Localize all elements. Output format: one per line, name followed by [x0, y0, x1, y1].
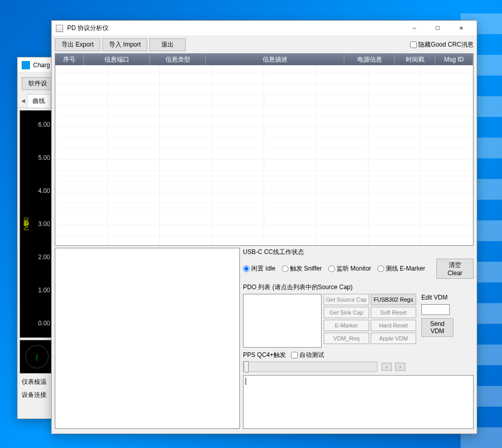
close-button[interactable]: ✕	[449, 21, 473, 36]
clear-button[interactable]: 清空 Clear	[436, 259, 474, 279]
bg-tab-curve[interactable]: 曲线	[27, 94, 51, 108]
cc-status-label: USB-C CC线工作状态	[243, 248, 474, 257]
pps-slider-thumb[interactable]	[244, 361, 249, 372]
bg-title: Charg	[33, 62, 50, 69]
bg-software-settings-button[interactable]: 软件设	[22, 77, 54, 90]
col-port[interactable]: 信息端口	[84, 54, 150, 65]
apple-vdm-button[interactable]: Apple VDM	[371, 333, 416, 344]
radio-emarker[interactable]: 测线 E-Marker	[377, 264, 425, 273]
vdm-req-button[interactable]: VDM_Req	[324, 333, 369, 344]
detail-panel[interactable]	[55, 248, 240, 429]
table-body[interactable]	[55, 65, 473, 246]
toolbar: 导出 Export 导入 Import 退出 隐藏Good CRC消息	[52, 36, 477, 53]
bg-chart-ylabel: 伏特(Volt)	[22, 217, 30, 231]
window-title: PD 协议分析仪	[67, 24, 403, 33]
pdo-listbox[interactable]	[243, 294, 322, 348]
pps-decrement-button[interactable]: ‹	[382, 363, 392, 371]
bg-app-icon	[22, 61, 30, 69]
pdo-list-label: PDO 列表 (请点击列表中的Source Cap)	[243, 283, 474, 292]
pps-label: PPS QC4+触发	[243, 351, 286, 360]
hide-goodcrc-checkbox[interactable]: 隐藏Good CRC消息	[410, 40, 474, 49]
app-icon	[56, 25, 63, 32]
message-table[interactable]: 序号 信息端口 信息类型 信息描述 电源信息 时间戳 Msg ID	[55, 53, 474, 246]
fusb302-regs-button[interactable]: FUSB302 Regs	[371, 294, 416, 305]
col-time[interactable]: 时间戳	[395, 54, 435, 65]
radio-sniffer[interactable]: 触发 Sniffer	[282, 264, 322, 273]
exit-button[interactable]: 退出	[149, 38, 186, 51]
pps-slider[interactable]	[243, 362, 377, 372]
import-button[interactable]: 导入 Import	[102, 38, 147, 51]
col-desc[interactable]: 信息描述	[206, 54, 344, 65]
hard-reset-button[interactable]: Hard Reset	[371, 320, 416, 331]
hide-goodcrc-input[interactable]	[410, 41, 417, 48]
e-marker-button[interactable]: E-Marker	[324, 320, 369, 331]
text-cursor	[246, 378, 246, 385]
export-button[interactable]: 导出 Export	[55, 38, 100, 51]
titlebar[interactable]: PD 协议分析仪 ─ ☐ ✕	[52, 21, 477, 36]
cc-mode-radio-group: 闲置 Idle 触发 Sniffer 监听 Monitor 测线 E-Marke…	[243, 264, 433, 273]
maximize-button[interactable]: ☐	[426, 21, 449, 36]
col-power[interactable]: 电源信息	[344, 54, 395, 65]
table-header-row: 序号 信息端口 信息类型 信息描述 电源信息 时间戳 Msg ID	[55, 54, 473, 65]
main-window: PD 协议分析仪 ─ ☐ ✕ 导出 Export 导入 Import 退出 隐藏…	[51, 20, 477, 434]
bg-gauge-icon: (	[25, 345, 49, 368]
bg-tab-prev[interactable]: ◄	[20, 97, 27, 104]
log-textarea[interactable]	[243, 375, 474, 429]
radio-idle[interactable]: 闲置 Idle	[243, 264, 276, 273]
get-sink-cap-button[interactable]: Get Sink Cap	[324, 307, 369, 318]
edit-vdm-label: Edit VDM	[421, 294, 453, 301]
get-source-cap-button[interactable]: Get Source Cap	[324, 294, 369, 305]
col-msgid[interactable]: Msg ID	[435, 54, 473, 65]
pps-increment-button[interactable]: ›	[395, 363, 405, 371]
vdm-input[interactable]	[421, 304, 450, 315]
radio-monitor[interactable]: 监听 Monitor	[328, 264, 371, 273]
col-seq[interactable]: 序号	[55, 54, 84, 65]
send-vdm-button[interactable]: Send VDM	[421, 318, 453, 337]
soft-reset-button[interactable]: Soft Reset	[371, 307, 416, 318]
col-type[interactable]: 信息类型	[150, 54, 206, 65]
bg-chart-yticks: 6.00 5.00 4.00 3.00 2.00 1.00 0.00	[35, 121, 50, 327]
hide-goodcrc-label: 隐藏Good CRC消息	[418, 40, 474, 49]
auto-test-checkbox[interactable]: 自动测试	[291, 351, 324, 360]
minimize-button[interactable]: ─	[403, 21, 426, 36]
